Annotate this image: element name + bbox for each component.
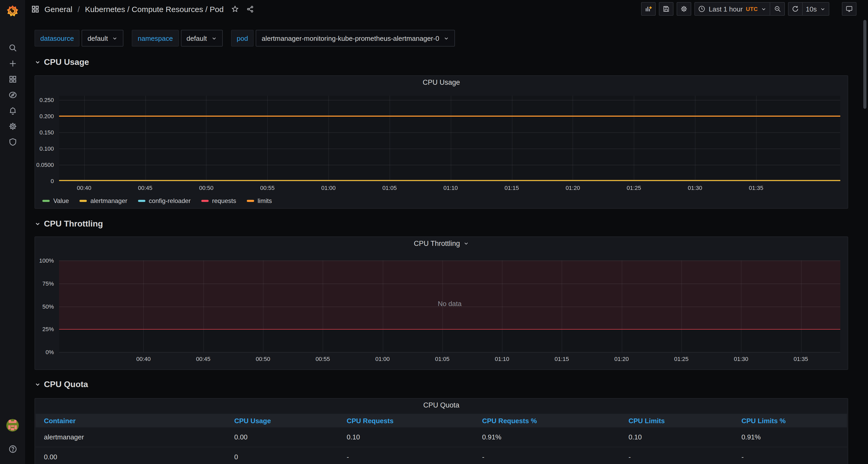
grafana-logo[interactable]	[0, 0, 25, 23]
section-title: CPU Quota	[44, 380, 88, 389]
variable-pod-picker[interactable]: alertmanager-monitoring-kube-prometheus-…	[256, 30, 455, 47]
panel-cpu-usage: CPU Usage 0.2500.2000.1500.1000.05000 00…	[34, 75, 848, 209]
x-tick-label: 01:30	[734, 356, 748, 362]
legend-color-swatch	[138, 200, 145, 202]
breadcrumb-root[interactable]: General	[44, 4, 72, 13]
cell-cpu-limits: -	[628, 453, 741, 461]
sidebar-item-alerting[interactable]	[0, 103, 25, 118]
user-avatar[interactable]	[6, 419, 19, 432]
x-axis: 00:4000:4500:5000:5501:0001:0501:1001:15…	[59, 352, 840, 364]
sidebar-item-server-admin[interactable]	[0, 134, 25, 150]
chevron-down-icon	[820, 6, 826, 12]
gridline	[573, 96, 574, 181]
explore-compass-icon	[8, 90, 17, 99]
legend-item-requests[interactable]: requests	[201, 197, 236, 205]
column-header-cpu-requests[interactable]: CPU Requests	[347, 417, 482, 425]
column-header-cpu-limits-pct[interactable]: CPU Limits %	[741, 417, 847, 425]
x-tick-label: 01:05	[382, 185, 397, 191]
refresh-button[interactable]	[788, 2, 803, 16]
no-data-text: No data	[59, 300, 840, 308]
cpu-usage-chart[interactable]: 0.2500.2000.1500.1000.05000 00:4000:4500…	[35, 96, 840, 181]
search-icon	[8, 43, 17, 52]
refresh-interval-label: 10s	[806, 5, 817, 13]
cell-cpu-requests-pct: 0.91%	[482, 433, 628, 441]
legend-color-swatch	[201, 200, 208, 202]
dashboards-grid-icon	[8, 75, 17, 83]
panel-title-text: CPU Quota	[423, 401, 459, 409]
time-range-picker[interactable]: Last 1 hour UTC	[695, 2, 770, 16]
y-axis: 0.2500.2000.1500.1000.05000	[35, 96, 56, 181]
column-header-container[interactable]: Container	[44, 417, 234, 425]
gridline	[59, 181, 840, 181]
avatar-image	[6, 419, 19, 432]
chevron-down-icon	[211, 35, 217, 41]
column-header-cpu-usage[interactable]: CPU Usage	[234, 417, 347, 425]
section-title: CPU Usage	[44, 58, 89, 67]
sidebar-item-help[interactable]	[0, 441, 25, 457]
variable-namespace-picker[interactable]: default	[181, 30, 222, 47]
sidebar-item-create[interactable]	[0, 55, 25, 71]
gridline	[59, 284, 840, 284]
star-icon[interactable]	[231, 5, 239, 13]
panel-title-cpu-throttling[interactable]: CPU Throttling	[35, 239, 847, 248]
clock-icon	[698, 5, 706, 12]
section-header-cpu-throttling[interactable]: CPU Throttling	[34, 219, 848, 229]
plot-area[interactable]	[59, 96, 840, 181]
sidebar-item-configuration[interactable]	[0, 118, 25, 134]
save-dashboard-button[interactable]	[659, 2, 674, 16]
breadcrumb-dashboard-title[interactable]: Kubernetes / Compute Resources / Pod	[85, 4, 223, 13]
sidebar-item-search[interactable]	[0, 40, 25, 55]
sidebar-menu	[0, 40, 25, 150]
panel-title-cpu-quota[interactable]: CPU Quota	[35, 401, 847, 409]
breadcrumb[interactable]: General / Kubernetes / Compute Resources…	[31, 4, 223, 13]
x-tick-label: 01:35	[749, 185, 763, 191]
y-tick-label: 0	[51, 178, 54, 184]
column-header-cpu-requests-pct[interactable]: CPU Requests %	[482, 417, 628, 425]
help-question-icon	[8, 444, 17, 453]
share-icon[interactable]	[246, 5, 254, 13]
vertical-scrollbar[interactable]	[863, 20, 866, 109]
cpu-throttling-chart[interactable]: 100%75%50%25%0% No data 00:4000:4500:500…	[35, 261, 840, 352]
add-panel-button[interactable]	[641, 2, 656, 16]
legend-item-limits[interactable]: limits	[247, 197, 272, 205]
panel-cpu-quota: CPU Quota Container CPU Usage CPU Reques…	[34, 398, 848, 464]
zoom-out-icon	[774, 5, 781, 12]
panel-title-text: CPU Usage	[423, 79, 460, 86]
variable-pod-label: pod	[231, 30, 254, 47]
legend-item-alertmanager[interactable]: alertmanager	[80, 197, 127, 205]
variable-datasource-picker[interactable]: default	[82, 30, 124, 47]
legend-item-value[interactable]: Value	[42, 197, 69, 205]
table-row: 0.00 0 - - - -	[36, 447, 847, 464]
legend-item-config-reloader[interactable]: config-reloader	[138, 197, 191, 205]
gridline	[59, 261, 840, 261]
sidebar-item-dashboards[interactable]	[0, 71, 25, 87]
plot-area[interactable]: No data	[59, 261, 840, 352]
sidebar-item-explore[interactable]	[0, 87, 25, 103]
panel-title-text: CPU Throttling	[414, 239, 460, 248]
section-header-cpu-usage[interactable]: CPU Usage	[34, 58, 848, 67]
panel-title-cpu-usage[interactable]: CPU Usage	[35, 79, 847, 86]
refresh-interval-picker[interactable]: 10s	[803, 2, 829, 16]
x-tick-label: 00:40	[77, 185, 91, 191]
y-tick-label: 50%	[42, 303, 54, 310]
section-header-cpu-quota[interactable]: CPU Quota	[34, 380, 848, 389]
gridline	[634, 96, 634, 181]
sidebar-bottom	[0, 419, 25, 457]
gridline	[206, 96, 207, 181]
chart-legend: Value alertmanager config-reloader reque…	[42, 197, 272, 205]
x-tick-label: 01:20	[614, 356, 629, 362]
cycle-view-mode-button[interactable]	[842, 2, 857, 16]
cell-cpu-usage: 0.00	[234, 433, 347, 441]
template-variables-row: datasource default namespace default pod…	[34, 30, 848, 47]
variable-pod-value: alertmanager-monitoring-kube-prometheus-…	[262, 34, 439, 42]
section-title: CPU Throttling	[44, 219, 103, 229]
x-tick-label: 00:50	[199, 185, 213, 191]
dashboard-settings-button[interactable]	[677, 2, 691, 16]
zoom-out-button[interactable]	[770, 2, 785, 16]
dashboard-toolbar: Last 1 hour UTC 10s	[641, 2, 857, 16]
table-header-row: Container CPU Usage CPU Requests CPU Req…	[36, 414, 847, 427]
refresh-icon	[792, 5, 799, 12]
cell-cpu-requests-pct: -	[482, 453, 628, 461]
column-header-cpu-limits[interactable]: CPU Limits	[628, 417, 741, 425]
panel-menu-chevron-icon[interactable]	[463, 241, 469, 246]
